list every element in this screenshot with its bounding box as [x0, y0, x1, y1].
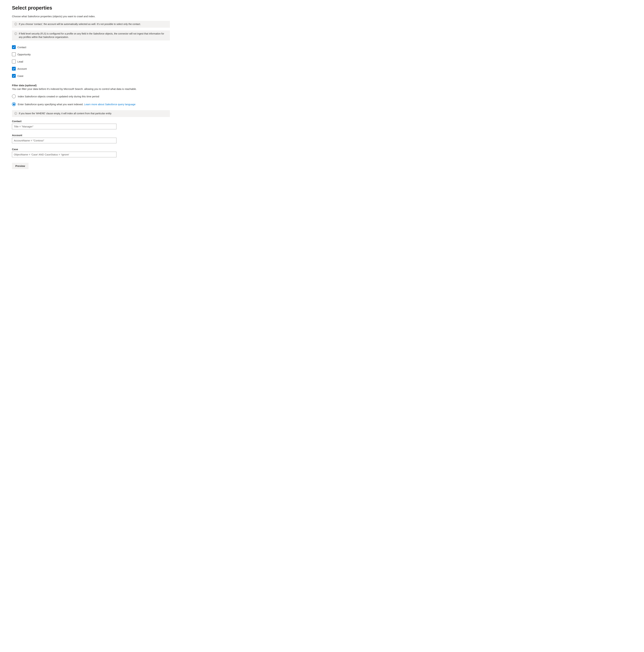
checkbox-label: Opportunity [18, 53, 31, 56]
field-label: Case [12, 148, 116, 151]
field-label: Account [12, 134, 116, 137]
checkbox-label: Case [18, 75, 23, 77]
info-message: If you leave the 'WHERE' clause empty, i… [19, 112, 111, 115]
checkbox-case[interactable]: Case [12, 74, 632, 78]
learn-more-link[interactable]: Learn more about Salesforce query langua… [84, 103, 136, 106]
checkbox-account[interactable]: Account [12, 67, 632, 71]
checkbox-opportunity[interactable]: Opportunity [12, 52, 632, 56]
contact-query-input[interactable] [12, 124, 116, 129]
preview-button[interactable]: Preview [12, 163, 29, 169]
info-icon [15, 112, 17, 115]
checkbox-label: Lead [18, 60, 23, 63]
checkbox-lead[interactable]: Lead [12, 60, 632, 63]
checkbox-box[interactable] [12, 74, 16, 78]
checkbox-label: Contact [18, 46, 26, 49]
svg-point-8 [16, 113, 16, 113]
info-icon [15, 32, 17, 35]
radio-query[interactable]: Enter Salesforce query specifying what y… [12, 102, 632, 106]
checkbox-contact[interactable]: Contact [12, 45, 632, 49]
filter-description: You can filter your data before it's ind… [12, 87, 632, 90]
info-bar-fls-note: If field level security (FLS) is configu… [12, 30, 170, 40]
info-bar-contact-note: If you choose 'contact,' the account wil… [12, 21, 170, 28]
info-bar-where-note: If you leave the 'WHERE' clause empty, i… [12, 110, 170, 117]
account-query-input[interactable] [12, 138, 116, 143]
checkbox-list: Contact Opportunity Lead Account Case [12, 45, 632, 78]
field-case: Case [12, 148, 116, 157]
checkbox-box[interactable] [12, 67, 16, 71]
radio-button[interactable] [12, 102, 16, 106]
radio-label-text: Enter Salesforce query specifying what y… [18, 103, 84, 106]
checkbox-box[interactable] [12, 60, 16, 63]
field-account: Account [12, 134, 116, 143]
radio-label: Enter Salesforce query specifying what y… [18, 103, 136, 106]
radio-time-period[interactable]: Index Salesforce objects created or upda… [12, 94, 632, 98]
checkbox-label: Account [18, 67, 27, 70]
page-title: Select properties [12, 5, 632, 11]
case-query-input[interactable] [12, 152, 116, 157]
field-contact: Contact [12, 120, 116, 129]
info-message: If field level security (FLS) is configu… [19, 32, 167, 39]
filter-heading: Filter data (optional) [12, 84, 632, 87]
radio-label: Index Salesforce objects created or upda… [18, 95, 99, 98]
radio-button[interactable] [12, 94, 16, 98]
info-icon [15, 23, 17, 26]
info-message: If you choose 'contact,' the account wil… [19, 23, 141, 26]
field-label: Contact [12, 120, 116, 123]
svg-point-2 [16, 23, 16, 24]
checkbox-box[interactable] [12, 52, 16, 56]
checkbox-box[interactable] [12, 45, 16, 49]
intro-text: Choose what Salesforce properties (objec… [12, 15, 632, 18]
